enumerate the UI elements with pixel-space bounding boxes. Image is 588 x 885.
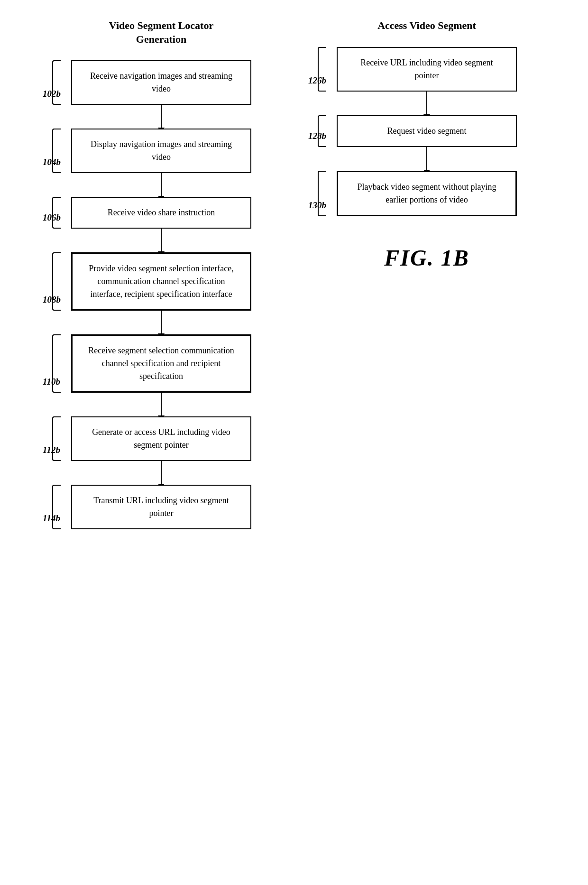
flowbox-104b: Display navigation images and streaming … [71, 129, 251, 173]
arrow-126b [426, 92, 427, 115]
ref-label-102b: 102b [43, 89, 61, 99]
left-title: Video Segment Locator Generation [109, 19, 213, 46]
flow-step-108b: Provide video segment selection interfac… [38, 252, 285, 311]
arrow-102b [161, 105, 162, 129]
flow-step-130b: Playback video segment without playing e… [303, 171, 550, 216]
arrow-104b [161, 173, 162, 197]
ref-label-104b: 104b [43, 157, 61, 167]
arrow-108b [161, 311, 162, 334]
left-column: Video Segment Locator Generation Receive… [38, 19, 285, 529]
right-flow: Receive URL including video segment poin… [303, 47, 550, 216]
fig-label: FIG. 1B [384, 245, 469, 271]
ref-label-110b: 110b [43, 377, 60, 387]
flow-step-104b: Display navigation images and streaming … [38, 129, 285, 173]
flowbox-114b: Transmit URL including video segment poi… [71, 485, 251, 529]
flow-step-128b: Request video segment128b [303, 115, 550, 147]
arrow-128b [426, 147, 427, 171]
flowbox-108b: Provide video segment selection interfac… [71, 252, 251, 311]
page: Video Segment Locator Generation Receive… [0, 0, 588, 885]
flowbox-112b: Generate or access URL including video s… [71, 416, 251, 461]
flowbox-110b: Receive segment selection communication … [71, 334, 251, 393]
arrow-110b [161, 393, 162, 416]
flowbox-128b: Request video segment [337, 115, 517, 147]
ref-label-112b: 112b [43, 445, 60, 455]
flow-step-114b: Transmit URL including video segment poi… [38, 485, 285, 529]
flow-step-110b: Receive segment selection communication … [38, 334, 285, 393]
ref-label-126b: 126b [308, 75, 326, 86]
ref-label-114b: 114b [43, 513, 60, 524]
flowbox-130b: Playback video segment without playing e… [337, 171, 517, 216]
ref-label-128b: 128b [308, 131, 326, 141]
ref-label-108b: 108b [43, 295, 61, 305]
right-column: Access Video Segment Receive URL includi… [303, 19, 550, 271]
flow-step-126b: Receive URL including video segment poin… [303, 47, 550, 92]
flow-step-102b: Receive navigation images and streaming … [38, 60, 285, 105]
flow-step-112b: Generate or access URL including video s… [38, 416, 285, 461]
main-columns: Video Segment Locator Generation Receive… [9, 19, 579, 529]
arrow-112b [161, 461, 162, 485]
flowbox-102b: Receive navigation images and streaming … [71, 60, 251, 105]
right-title: Access Video Segment [377, 19, 476, 33]
flow-step-106b: Receive video share instruction106b [38, 197, 285, 229]
ref-label-130b: 130b [308, 200, 326, 211]
arrow-106b [161, 229, 162, 252]
left-flow: Receive navigation images and streaming … [38, 60, 285, 529]
flowbox-106b: Receive video share instruction [71, 197, 251, 229]
ref-label-106b: 106b [43, 212, 61, 223]
flowbox-126b: Receive URL including video segment poin… [337, 47, 517, 92]
